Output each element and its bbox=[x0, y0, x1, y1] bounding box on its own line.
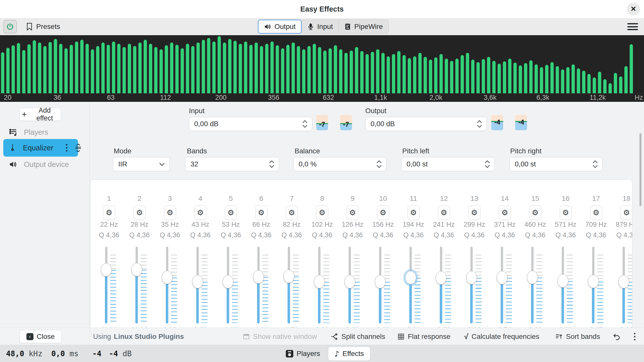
slider-handle[interactable] bbox=[314, 275, 325, 288]
band-settings-button[interactable]: ⚙ bbox=[286, 205, 298, 220]
tab-players[interactable]: Players bbox=[280, 347, 326, 361]
spectrum-bar bbox=[334, 45, 337, 94]
slider-handle[interactable] bbox=[162, 271, 173, 284]
pitch-right-spinbutton[interactable]: 0,00 st bbox=[509, 157, 602, 171]
balance-spinbutton[interactable]: 0,0 % bbox=[293, 157, 386, 171]
vertical-scrollbar[interactable] bbox=[639, 133, 641, 206]
show-native-window-button[interactable]: Show native window bbox=[243, 328, 317, 345]
band-gain-slider[interactable] bbox=[466, 246, 482, 324]
tab-input[interactable]: Input bbox=[302, 20, 338, 34]
band-settings-button[interactable]: ⚙ bbox=[164, 205, 176, 220]
band-gain-slider[interactable] bbox=[253, 246, 269, 324]
close-plugin-button[interactable]: ‹ Close bbox=[19, 330, 62, 343]
band-gain-slider[interactable] bbox=[345, 246, 361, 324]
presets-button[interactable]: Presets bbox=[25, 21, 62, 33]
menu-button[interactable] bbox=[627, 22, 638, 31]
slider-handle[interactable] bbox=[497, 271, 507, 284]
band-settings-button[interactable]: ⚙ bbox=[499, 205, 511, 220]
band-settings-button[interactable]: ⚙ bbox=[316, 205, 328, 220]
band-gain-slider[interactable] bbox=[132, 246, 148, 324]
slider-handle[interactable] bbox=[588, 275, 599, 288]
pitch-left-spinbutton[interactable]: 0,00 st bbox=[401, 157, 495, 171]
spin-up-down-buttons[interactable] bbox=[269, 160, 279, 168]
slider-handle[interactable] bbox=[101, 263, 112, 277]
window-close-button[interactable]: ✕ bbox=[627, 3, 640, 16]
drag-handle-icon[interactable] bbox=[74, 143, 83, 152]
tab-pipewire[interactable]: PipeWire bbox=[338, 20, 389, 34]
undo-button[interactable] bbox=[611, 331, 622, 342]
spectrum-bar bbox=[292, 42, 295, 94]
slider-handle[interactable] bbox=[344, 275, 355, 288]
toolbar-menu-button[interactable] bbox=[631, 331, 638, 342]
band-settings-button[interactable]: ⚙ bbox=[347, 205, 359, 220]
speaker-icon bbox=[264, 23, 271, 30]
band-settings-button[interactable]: ⚙ bbox=[468, 205, 480, 220]
band-gain-slider[interactable] bbox=[436, 246, 452, 324]
band-gain-slider[interactable] bbox=[497, 246, 513, 324]
sort-bands-button[interactable]: Sort bands bbox=[555, 328, 600, 345]
band-gain-slider[interactable] bbox=[375, 246, 391, 324]
spectrum-bar bbox=[429, 60, 432, 94]
bypass-power-button[interactable] bbox=[3, 20, 17, 33]
bands-spinbutton[interactable]: 32 bbox=[185, 157, 279, 171]
output-gain-spinbutton[interactable]: 0,00 dB bbox=[365, 117, 487, 131]
band-gain-slider[interactable] bbox=[101, 246, 117, 324]
slider-handle[interactable] bbox=[375, 275, 386, 288]
equalizer-menu-icon[interactable] bbox=[66, 144, 67, 152]
band-gain-slider[interactable] bbox=[223, 246, 239, 324]
band-gain-slider[interactable] bbox=[619, 246, 633, 324]
band-settings-button[interactable]: ⚙ bbox=[408, 205, 420, 220]
band-gain-slider[interactable] bbox=[284, 246, 300, 324]
band-gain-slider[interactable] bbox=[558, 246, 574, 324]
band-settings-button[interactable]: ⚙ bbox=[103, 205, 115, 220]
sidebar-item-output-device[interactable]: Output device bbox=[3, 159, 78, 170]
band-gain-slider[interactable] bbox=[588, 246, 604, 324]
band-settings-button[interactable]: ⚙ bbox=[529, 205, 541, 220]
band-gain-slider[interactable] bbox=[527, 246, 543, 324]
tab-effects[interactable]: ♪ Effects bbox=[328, 347, 370, 361]
slider-handle[interactable] bbox=[618, 275, 629, 288]
spin-up-down-buttons[interactable] bbox=[302, 120, 312, 128]
slider-handle[interactable] bbox=[466, 271, 477, 284]
slider-handle[interactable] bbox=[557, 274, 568, 288]
add-effect-button[interactable]: Add effect bbox=[19, 108, 61, 121]
band-gain-slider[interactable] bbox=[162, 246, 178, 324]
spectrum-bar bbox=[276, 45, 279, 94]
mode-dropdown[interactable]: IIR bbox=[113, 157, 170, 171]
band-settings-button[interactable]: ⚙ bbox=[255, 205, 267, 220]
sidebar-item-equalizer[interactable]: Equalizer bbox=[3, 139, 78, 157]
spin-up-down-buttons[interactable] bbox=[593, 160, 602, 168]
band-settings-button[interactable]: ⚙ bbox=[134, 205, 146, 220]
spin-up-down-buttons[interactable] bbox=[485, 160, 494, 168]
band-settings-button[interactable]: ⚙ bbox=[560, 205, 572, 220]
band-gain-slider[interactable] bbox=[192, 246, 209, 324]
slider-handle[interactable] bbox=[253, 270, 264, 284]
spin-up-down-buttons[interactable] bbox=[377, 160, 386, 168]
sidebar-item-players[interactable]: Players bbox=[3, 126, 78, 138]
tab-output[interactable]: Output bbox=[258, 20, 302, 34]
slider-handle[interactable] bbox=[405, 271, 416, 284]
band-settings-button[interactable]: ⚙ bbox=[225, 205, 237, 220]
slider-handle[interactable] bbox=[284, 270, 294, 283]
spectrum-bar bbox=[572, 64, 575, 94]
band-gain-slider[interactable] bbox=[314, 246, 330, 324]
input-gain-spinbutton[interactable]: 0,00 dB bbox=[189, 117, 312, 131]
slider-handle[interactable] bbox=[527, 271, 538, 284]
band-settings-button[interactable]: ⚙ bbox=[590, 205, 602, 220]
band-settings-button[interactable]: ⚙ bbox=[377, 205, 389, 220]
calculate-frequencies-button[interactable]: √ Calculate frequencies bbox=[464, 328, 539, 345]
band-settings-button[interactable]: ⚙ bbox=[438, 205, 450, 220]
tab-output-label: Output bbox=[274, 23, 296, 31]
band-gain-slider[interactable] bbox=[406, 246, 422, 324]
slider-handle[interactable] bbox=[223, 275, 233, 288]
band-number: 15 bbox=[531, 195, 539, 202]
band-settings-button[interactable]: ⚙ bbox=[194, 205, 207, 220]
split-channels-button[interactable]: Split channels bbox=[331, 328, 385, 345]
spectrum-bar bbox=[492, 61, 496, 94]
band-settings-button[interactable]: ⚙ bbox=[621, 205, 633, 220]
slider-handle[interactable] bbox=[131, 263, 142, 276]
spin-up-down-buttons[interactable] bbox=[477, 120, 487, 128]
slider-handle[interactable] bbox=[192, 275, 203, 288]
slider-handle[interactable] bbox=[436, 271, 447, 285]
flat-response-button[interactable]: Flat response bbox=[397, 328, 451, 345]
